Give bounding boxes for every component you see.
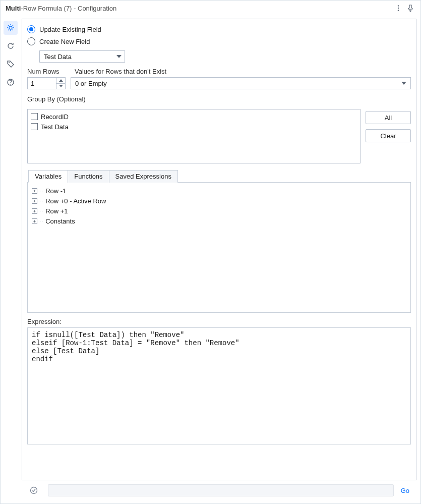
null-values-label: Values for Rows that don't Exist <box>75 68 166 75</box>
side-rail <box>1 16 21 503</box>
radio-create-label: Create New Field <box>39 38 90 45</box>
checkbox[interactable] <box>31 123 38 130</box>
num-rows-spinner[interactable]: 1 <box>27 77 66 89</box>
tree-item[interactable]: +··Constants <box>32 216 406 226</box>
field-select[interactable]: Test Data <box>39 50 125 63</box>
tab-functions[interactable]: Functions <box>68 170 109 183</box>
group-by-item[interactable]: Test Data <box>31 122 357 132</box>
help-icon[interactable] <box>4 75 18 89</box>
expand-icon[interactable]: + <box>32 218 37 224</box>
titlebar: Multi -Row Formula (7) - Configuration <box>1 1 420 16</box>
group-by-item-label: RecordID <box>41 113 69 121</box>
checkbox[interactable] <box>31 113 38 120</box>
chevron-down-icon <box>116 55 122 58</box>
tree-item[interactable]: +··Row +0 - Active Row <box>32 196 406 206</box>
config-panel: Update Existing Field Create New Field T… <box>22 19 416 480</box>
refresh-icon[interactable] <box>4 39 18 53</box>
expression-editor[interactable]: if isnull([Test Data]) then "Remove" els… <box>27 327 411 444</box>
expand-icon[interactable]: + <box>32 198 37 204</box>
num-rows-label: Num Rows <box>27 68 66 75</box>
svg-point-6 <box>31 487 37 494</box>
kebab-menu-icon[interactable] <box>392 2 404 14</box>
null-values-value: 0 or Empty <box>75 80 107 87</box>
group-by-label: Group By (Optional) <box>27 95 411 103</box>
title-main: Multi <box>6 5 21 12</box>
spinner-down-button[interactable] <box>56 84 65 89</box>
tab-saved-expressions[interactable]: Saved Expressions <box>109 170 178 183</box>
select-all-button[interactable]: All <box>366 111 411 124</box>
expand-icon[interactable]: + <box>32 188 37 194</box>
status-ok-icon <box>24 486 44 494</box>
radio-update-label: Update Existing Field <box>39 26 101 33</box>
pin-icon[interactable] <box>404 2 416 14</box>
tabs: Variables Functions Saved Expressions <box>27 170 411 183</box>
group-by-item[interactable]: RecordID <box>31 111 357 122</box>
spinner-up-button[interactable] <box>56 78 65 84</box>
variables-tree[interactable]: +··Row -1 +··Row +0 - Active Row +··Row … <box>27 183 411 313</box>
svg-point-1 <box>398 8 399 9</box>
status-bar <box>48 484 394 496</box>
config-window: Multi -Row Formula (7) - Configuration <box>0 0 421 504</box>
radio-update-existing[interactable] <box>27 25 35 33</box>
clear-button[interactable]: Clear <box>366 129 411 142</box>
chevron-up-icon <box>59 79 63 82</box>
group-by-item-label: Test Data <box>41 123 69 131</box>
go-button[interactable]: Go <box>398 487 412 494</box>
chevron-down-icon <box>59 85 63 87</box>
svg-point-2 <box>398 10 399 11</box>
group-by-list[interactable]: RecordID Test Data <box>27 109 360 163</box>
title-rest: -Row Formula (7) - Configuration <box>21 5 116 12</box>
radio-create-new[interactable] <box>27 37 35 45</box>
svg-point-5 <box>10 84 11 85</box>
svg-point-3 <box>9 62 10 63</box>
tree-item[interactable]: +··Row -1 <box>32 186 406 196</box>
expression-label: Expression: <box>27 318 411 325</box>
tab-variables[interactable]: Variables <box>28 170 68 183</box>
null-values-select[interactable]: 0 or Empty <box>71 77 411 89</box>
chevron-down-icon <box>401 82 406 85</box>
expand-icon[interactable]: + <box>32 208 37 214</box>
footer: Go <box>22 480 416 500</box>
svg-point-0 <box>398 5 399 6</box>
tag-icon[interactable] <box>4 57 18 71</box>
field-select-value: Test Data <box>44 53 72 61</box>
gear-icon[interactable] <box>4 21 18 35</box>
tree-item[interactable]: +··Row +1 <box>32 206 406 216</box>
num-rows-value: 1 <box>28 78 56 89</box>
